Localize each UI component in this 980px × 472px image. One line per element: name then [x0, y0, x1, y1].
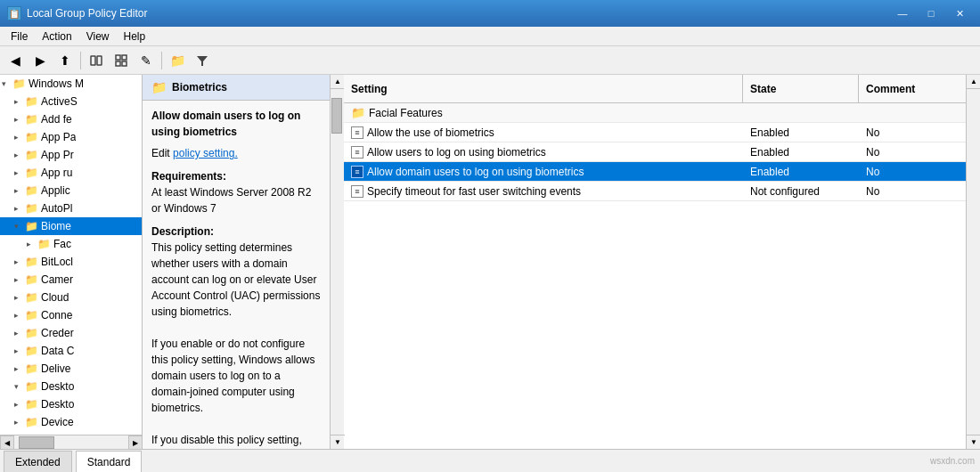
minimize-button[interactable]: —: [889, 4, 916, 22]
folder-icon-18: 📁: [25, 398, 38, 411]
svg-rect-2: [116, 55, 120, 60]
tree-item-10[interactable]: ▸📁BitLocl: [0, 253, 142, 271]
requirements-text: At least Windows Server 2008 R2 or Windo…: [151, 186, 311, 215]
tree-item-11[interactable]: ▸📁Camer: [0, 271, 142, 289]
tree-item-1[interactable]: ▸📁ActiveS: [0, 93, 142, 110]
h-scroll-thumb[interactable]: [19, 436, 54, 449]
settings-row-1[interactable]: ≡Allow users to log on using biometricsE…: [344, 142, 966, 162]
folder-icon-6: 📁: [25, 184, 38, 197]
menu-action[interactable]: Action: [35, 28, 78, 45]
tree-item-9[interactable]: ▸📁Fac: [0, 235, 142, 253]
tree-label-8: Biome: [41, 220, 71, 232]
tree-label-10: BitLocl: [41, 256, 73, 268]
expand-icon-6[interactable]: ▸: [14, 186, 25, 195]
tree-label-15: Data C: [41, 345, 74, 357]
tree-item-15[interactable]: ▸📁Data C: [0, 342, 142, 360]
tree-label-6: Applic: [41, 184, 70, 197]
scroll-thumb[interactable]: [331, 98, 342, 134]
toolbar-up[interactable]: ⬆: [53, 49, 77, 72]
tree-label-5: App ru: [41, 167, 72, 179]
expand-icon-11[interactable]: ▸: [14, 275, 25, 284]
toolbar-filter[interactable]: [191, 49, 214, 72]
menu-view[interactable]: View: [79, 28, 117, 45]
expand-icon-19[interactable]: ▸: [14, 418, 25, 427]
toolbar-edit[interactable]: ✎: [135, 49, 158, 72]
expand-icon-14[interactable]: ▸: [14, 329, 25, 338]
settings-scrollbar[interactable]: ▲ ▼: [966, 75, 980, 449]
expand-icon-16[interactable]: ▸: [14, 364, 25, 373]
tree-item-2[interactable]: ▸📁Add fe: [0, 110, 142, 128]
policy-setting-link[interactable]: policy setting.: [173, 147, 238, 159]
svg-rect-1: [97, 56, 102, 65]
expand-icon-0[interactable]: ▾: [2, 79, 12, 88]
expand-icon-3[interactable]: ▸: [14, 133, 25, 142]
tree-item-12[interactable]: ▸📁Cloud: [0, 289, 142, 306]
tree-item-4[interactable]: ▸📁App Pr: [0, 146, 142, 164]
expand-icon-8[interactable]: ▾: [14, 222, 25, 231]
tree-item-5[interactable]: ▸📁App ru: [0, 164, 142, 182]
policy-icon-0: ≡: [351, 126, 363, 139]
expand-icon-5[interactable]: ▸: [14, 168, 25, 177]
expand-icon-2[interactable]: ▸: [14, 115, 25, 124]
expand-icon-12[interactable]: ▸: [14, 293, 25, 302]
toolbar-show-hide[interactable]: [85, 49, 108, 72]
tree-item-19[interactable]: ▸📁Device: [0, 413, 142, 431]
tree-item-7[interactable]: ▸📁AutoPl: [0, 199, 142, 217]
settings-header: Setting State Comment: [344, 75, 966, 103]
toolbar-forward[interactable]: ▶: [29, 49, 52, 72]
tree-item-17[interactable]: ▾📁Deskto: [0, 378, 142, 395]
tree-item-16[interactable]: ▸📁Delive: [0, 360, 142, 378]
toolbar-view[interactable]: [110, 49, 133, 72]
row-state-1: Enabled: [743, 146, 859, 159]
h-scroll-right[interactable]: ▶: [128, 435, 143, 450]
close-button[interactable]: ✕: [946, 4, 973, 22]
toolbar-back[interactable]: ◀: [4, 49, 27, 72]
scroll-up-arrow[interactable]: ▲: [331, 75, 345, 89]
expand-icon-9[interactable]: ▸: [27, 240, 37, 248]
row-setting-1: ≡Allow users to log on using biometrics: [344, 146, 743, 159]
toolbar-folder[interactable]: 📁: [166, 49, 189, 72]
tree-label-7: AutoPl: [41, 202, 72, 215]
tree-label-11: Camer: [41, 273, 73, 286]
policy-icon-3: ≡: [351, 185, 363, 198]
desc-scrollbar[interactable]: ▲ ▼: [330, 75, 344, 449]
tree-item-13[interactable]: ▸📁Conne: [0, 306, 142, 324]
settings-row-3[interactable]: ≡Specify timeout for fast user switching…: [344, 182, 966, 201]
tab-standard[interactable]: Standard: [76, 451, 143, 472]
expand-icon-15[interactable]: ▸: [14, 346, 25, 355]
folder-icon-11: 📁: [25, 273, 38, 286]
settings-scroll-track: [967, 89, 980, 435]
col-setting-header: Setting: [344, 75, 743, 102]
tree-label-0: Windows M: [29, 77, 84, 90]
settings-row-2[interactable]: ≡Allow domain users to log on using biom…: [344, 162, 966, 182]
expand-icon-1[interactable]: ▸: [14, 97, 25, 106]
expand-icon-17[interactable]: ▾: [14, 382, 25, 391]
maximize-button[interactable]: □: [918, 4, 944, 22]
settings-scroll-up[interactable]: ▲: [967, 75, 980, 89]
scroll-down-arrow[interactable]: ▼: [331, 435, 345, 449]
menu-help[interactable]: Help: [117, 28, 153, 45]
settings-scroll-down[interactable]: ▼: [967, 435, 980, 449]
tree-item-0[interactable]: ▾📁Windows M: [0, 75, 142, 93]
expand-icon-13[interactable]: ▸: [14, 311, 25, 320]
description-label: Description:: [151, 225, 214, 238]
tree-item-8[interactable]: ▾📁Biome: [0, 217, 142, 235]
settings-row-0[interactable]: ≡Allow the use of biometricsEnabledNo: [344, 123, 966, 142]
expand-icon-18[interactable]: ▸: [14, 400, 25, 409]
tab-extended[interactable]: Extended: [4, 451, 72, 472]
tree-item-6[interactable]: ▸📁Applic: [0, 182, 142, 199]
expand-icon-4[interactable]: ▸: [14, 151, 25, 159]
tree-item-18[interactable]: ▸📁Deskto: [0, 395, 142, 413]
app-icon: 📋: [7, 6, 21, 20]
row-comment-1: No: [859, 146, 966, 159]
folder-icon-5: 📁: [25, 167, 38, 179]
tree-panel: ▾📁Windows M▸📁ActiveS▸📁Add fe▸📁App Pa▸📁Ap…: [0, 75, 143, 449]
tree-scrollbar-h[interactable]: ◀ ▶: [0, 435, 143, 449]
tree-label-14: Creder: [41, 327, 74, 339]
expand-icon-7[interactable]: ▸: [14, 204, 25, 213]
expand-icon-10[interactable]: ▸: [14, 257, 25, 266]
tree-item-14[interactable]: ▸📁Creder: [0, 324, 142, 342]
h-scroll-left[interactable]: ◀: [0, 435, 14, 450]
tree-item-3[interactable]: ▸📁App Pa: [0, 128, 142, 146]
menu-file[interactable]: File: [4, 28, 35, 45]
